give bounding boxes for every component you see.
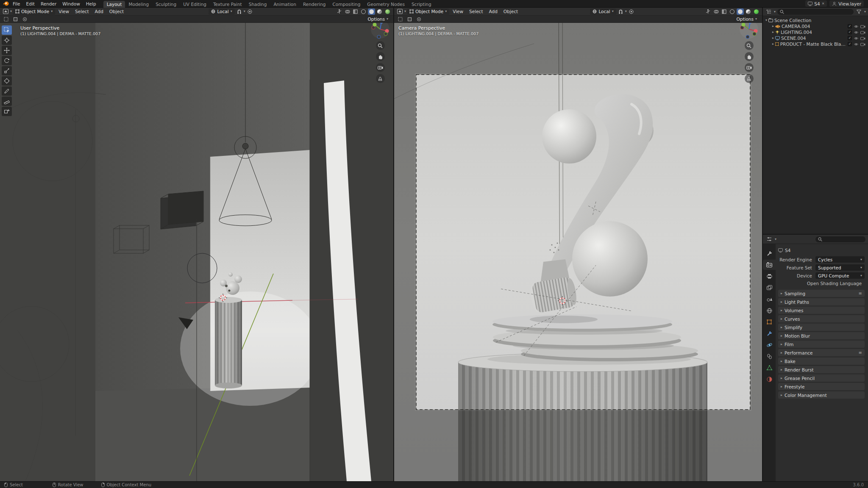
render-visibility-camera-icon[interactable] [860,42,865,46]
section-bake[interactable]: ▸ Bake [778,358,865,365]
tab-world[interactable] [763,305,776,316]
outliner-row-scene-collection[interactable]: ▾ Scene Collection [764,17,867,23]
hide-eye-icon[interactable] [854,30,859,34]
render-visibility-camera-icon[interactable] [860,30,865,34]
tab-constraints[interactable] [763,351,776,361]
selectability-checkbox[interactable]: ✓ [848,30,852,34]
section-render-burst[interactable]: ▸ Render Burst [778,366,865,373]
mode-dropdown[interactable]: Object Mode ▾ [407,8,449,15]
shading-solid-button[interactable] [368,8,375,15]
workspace-tab-sculpting[interactable]: Sculpting [152,1,180,8]
render-visibility-camera-icon[interactable] [860,36,865,40]
transform-orientation-dropdown[interactable]: Local ▾ [590,8,616,15]
expand-caret-icon[interactable]: ▾ [765,19,767,22]
proportional-editing-icon[interactable] [246,8,253,15]
section-grease-pencil[interactable]: ▸ Grease Pencil [778,374,865,382]
proportional-editing-icon[interactable] [628,8,635,15]
tab-output[interactable] [763,271,776,281]
section-sampling[interactable]: ▸ Sampling ≡ [778,290,865,297]
active-tool-icon[interactable] [397,16,404,22]
tool-annotate[interactable] [2,86,12,96]
tab-physics[interactable] [763,340,776,350]
menu-view[interactable]: View [450,9,466,14]
tab-render[interactable] [763,260,776,270]
zoom-button[interactable] [376,41,385,50]
tool-select-box[interactable] [2,25,12,35]
snap-magnet-icon[interactable] [236,8,243,15]
tab-modifiers[interactable] [763,328,776,338]
tab-object-data[interactable] [763,363,776,373]
zoom-button[interactable] [745,41,754,50]
tool-add-primitive[interactable] [2,107,12,116]
workspace-tab-uv-editing[interactable]: UV Editing [180,1,210,8]
xray-toggle-icon[interactable] [352,8,359,15]
workspace-tab-modeling[interactable]: Modeling [125,1,152,8]
shading-solid-button[interactable] [737,8,744,15]
editor-type-outliner-icon[interactable] [765,8,772,15]
mode-dropdown[interactable]: Object Mode ▾ [13,8,55,15]
menu-object[interactable]: Object [501,9,520,14]
selectability-checkbox[interactable]: ✓ [848,36,852,40]
overlays-icon[interactable] [712,8,720,15]
menu-object[interactable]: Object [107,9,126,14]
expand-caret-icon[interactable]: ▸ [772,36,774,40]
snap-caret-icon[interactable]: ▾ [625,10,627,13]
expand-caret-icon[interactable]: ▸ [772,25,774,28]
tab-view-layer[interactable] [763,283,776,293]
section-freestyle[interactable]: ▸ Freestyle [778,383,865,390]
transform-pivot-icon[interactable] [415,16,423,22]
properties-search-input[interactable] [815,236,865,242]
filter-funnel-icon[interactable] [855,8,862,15]
workspace-tab-layout[interactable]: Layout [103,1,125,8]
options-dropdown[interactable]: Options ▾ [734,16,760,22]
scene-unlink-icon[interactable]: ✕ [822,2,825,6]
pan-hand-button[interactable] [745,52,754,61]
outliner-row-product[interactable]: ▸ PRODUCT - Matte Black Black.006 ✓ [764,41,867,47]
workspace-tab-scripting[interactable]: Scripting [408,1,435,8]
menu-add[interactable]: Add [487,9,500,14]
menu-view[interactable]: View [56,9,72,14]
section-film[interactable]: ▸ Film [778,341,865,348]
section-curves[interactable]: ▸ Curves [778,315,865,322]
snap-magnet-icon[interactable] [617,8,624,15]
tool-rotate[interactable] [2,56,12,65]
section-light-paths[interactable]: ▸ Light Paths [778,298,865,305]
transform-pivot-icon[interactable] [21,16,28,22]
snap-caret-icon[interactable]: ▾ [244,10,245,13]
blender-logo[interactable] [3,0,10,7]
shading-wireframe-button[interactable] [729,8,736,15]
section-volumes[interactable]: ▸ Volumes [778,307,865,314]
tool-measure[interactable] [2,97,12,106]
camera-view-button[interactable] [376,63,385,72]
section-color-management[interactable]: ▸ Color Management [778,391,865,399]
active-tool-icon[interactable] [3,16,10,22]
options-dropdown[interactable]: Options ▾ [365,16,391,22]
camera-view-button[interactable] [745,63,754,72]
shading-rendered-button[interactable] [384,8,391,15]
tab-scene[interactable] [763,294,776,304]
editor-type-3dviewport-icon[interactable] [2,8,9,15]
outliner-row-scene[interactable]: ▸ SCENE.004 ✓ [764,35,867,41]
shading-wireframe-button[interactable] [360,8,367,15]
perspective-toggle-button[interactable] [745,74,754,83]
feature-set-select[interactable]: Supported ▾ [815,264,865,271]
shading-rendered-button[interactable] [753,8,760,15]
tab-tool[interactable] [763,248,776,258]
shading-material-button[interactable] [745,8,752,15]
perspective-toggle-button[interactable] [376,74,385,83]
menu-add[interactable]: Add [92,9,106,14]
expand-caret-icon[interactable]: ▸ [772,42,774,46]
tab-material[interactable] [763,374,776,384]
workspace-tab-geometry-nodes[interactable]: Geometry Nodes [364,1,408,8]
shading-material-button[interactable] [376,8,383,15]
xray-toggle-icon[interactable] [721,8,728,15]
device-select[interactable]: GPU Compute ▾ [815,272,865,279]
workspace-tab-animation[interactable]: Animation [270,1,300,8]
workspace-tab-texture-paint[interactable]: Texture Paint [210,1,245,8]
menu-edit[interactable]: Edit [23,0,38,8]
viewport-3d-canvas-right[interactable] [394,8,762,481]
render-visibility-camera-icon[interactable] [860,25,865,28]
outliner-row-camera[interactable]: ▸ CAMERA.004 ✓ [764,23,867,29]
hide-eye-icon[interactable] [854,36,859,40]
tool-cursor[interactable] [2,36,12,45]
